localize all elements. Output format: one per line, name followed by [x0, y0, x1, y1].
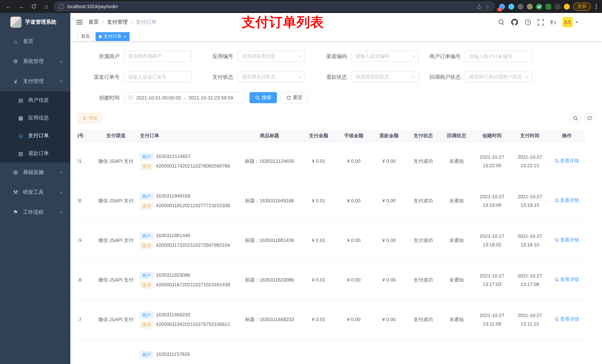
pay-tag: 支付	[140, 242, 153, 249]
browser-menu-icon[interactable]	[594, 4, 598, 9]
cell-channel: 微信 JSAPI 支付	[96, 181, 136, 221]
channel-code-select[interactable]: 请输入渠道编码	[351, 51, 419, 62]
cell-pay-time	[511, 340, 549, 364]
tab-home[interactable]: 首页	[78, 32, 93, 41]
refund-status-select[interactable]: 请选择退款状态	[351, 71, 419, 83]
breadcrumb-payment[interactable]: 支付管理	[107, 19, 128, 26]
browser-update-button[interactable]: 更新	[573, 2, 591, 10]
search-button[interactable]: 搜索	[249, 92, 277, 103]
url-bar[interactable]: i localhost:1024/pay/order ☆	[54, 2, 495, 11]
sidebar-item-home[interactable]: ⌂ 首页	[0, 31, 70, 52]
tags-view: 首页 支付订单 ×	[70, 31, 602, 42]
sidebar-toggle-icon[interactable]	[76, 20, 83, 24]
target-icon: ◎	[16, 133, 25, 139]
sidebar-item-payment[interactable]: ¥ 支付管理	[0, 71, 70, 91]
sidebar-item-dev-tools[interactable]: ⚒ 研发工具	[0, 182, 70, 202]
sidebar-item-infra[interactable]: ⊞ 基础设施	[0, 162, 70, 182]
share-icon[interactable]	[477, 4, 482, 9]
sidebar-item-system[interactable]: ⚙ 系统管理	[0, 52, 70, 71]
create-time-range-picker[interactable]: 2021-10-01 00:00:00 - 2021-10-31 23:59:5…	[124, 92, 244, 103]
sidebar-item-workflow[interactable]: ⚑ 工作流程	[0, 202, 70, 222]
browser-home-icon[interactable]: ⌂	[42, 2, 51, 11]
chevron-up-icon	[60, 80, 63, 83]
orders-table: 编号 支付渠道 支付订单 商品标题 支付金额 手续金额 退款金额 支付状态 回调…	[78, 130, 585, 364]
cell-channel: 微信 JSAPI 支付	[96, 142, 136, 181]
reset-button[interactable]: 重置	[281, 92, 308, 103]
view-detail-link[interactable]: 查看详情	[554, 276, 579, 284]
export-button[interactable]: 导出	[78, 113, 102, 123]
view-detail-link[interactable]: 查看详情	[554, 197, 579, 205]
site-info-icon[interactable]: i	[59, 4, 64, 9]
select-placeholder: 请选择支付状态	[242, 74, 275, 80]
channel-pay-no: 4200001181202110277723215336	[156, 202, 230, 210]
url-text[interactable]: localhost:1024/pay/order	[67, 4, 473, 9]
profile-avatar[interactable]	[564, 3, 570, 10]
channel-pay-no: 4200001167202110271022491439	[156, 281, 230, 289]
cell-actions: 查看详情	[549, 142, 585, 181]
header-actions: ? TT	[498, 17, 578, 27]
pay-tag: 支付	[140, 281, 153, 289]
table-row: 19 微信 JSAPI 支付 商户 1635311881440 支付 42000…	[78, 221, 585, 260]
bookmark-star-icon[interactable]: ☆	[485, 3, 490, 10]
cell-amount: ¥ 0.01	[301, 260, 336, 300]
sidebar-item-app-info[interactable]: ▦ 应用信息	[0, 109, 70, 127]
merchant-select[interactable]: 请选择所属商户	[124, 51, 191, 62]
refresh-table-button[interactable]	[584, 113, 595, 123]
extension-book-icon[interactable]	[545, 3, 551, 10]
reload-icon[interactable]	[29, 2, 39, 11]
extension-gray-icon[interactable]	[517, 3, 524, 10]
tab-close-icon[interactable]: ×	[124, 34, 126, 39]
back-icon[interactable]: ←	[4, 2, 13, 11]
channel-order-no-input[interactable]	[124, 71, 191, 83]
view-detail-link[interactable]: 查看详情	[554, 157, 579, 165]
cell-pay-time: 2021-10-2713:18:10	[511, 221, 549, 260]
extension-dark-puzzle-icon[interactable]	[555, 3, 560, 10]
cell-notify	[440, 340, 473, 364]
sidebar-item-pay-order[interactable]: ◎ 支付订单	[0, 127, 70, 145]
search-button-label: 搜索	[262, 94, 271, 101]
breadcrumb-home[interactable]: 首页	[88, 19, 99, 26]
forward-icon[interactable]: →	[16, 2, 26, 11]
sidebar-item-merchant-info[interactable]: ▤ 商户信息	[0, 91, 70, 109]
select-placeholder: 请选择所属商户	[128, 53, 162, 60]
filter-row-1: 所属商户 请选择所属商户 应用编号 请选择应用信息 渠道编码 请输入渠道编码	[78, 51, 595, 62]
merchant-order-no-input[interactable]	[465, 51, 532, 62]
sidebar-item-refund-order[interactable]: ▥ 退款订单	[0, 145, 70, 162]
view-detail-link[interactable]: 查看详情	[554, 236, 579, 244]
filter-label: 商户订单编号	[419, 51, 465, 62]
cell-id: 17	[78, 300, 96, 340]
search-icon[interactable]	[498, 19, 505, 26]
fullscreen-icon[interactable]	[538, 19, 544, 25]
reset-button-label: 重置	[293, 94, 302, 101]
extension-puzzle-icon[interactable]: 10	[499, 3, 505, 10]
cell-actions: 查看详情	[549, 260, 585, 300]
cell-amount	[301, 340, 336, 364]
notify-status-select[interactable]: 请选择订单回调商户状态	[465, 71, 532, 83]
sidebar-item-label: 应用信息	[28, 115, 49, 121]
chevron-down-icon	[298, 54, 301, 58]
pay-status-select[interactable]: 请选择支付状态	[238, 71, 305, 83]
font-size-icon[interactable]: TT	[550, 20, 556, 25]
user-avatar[interactable]	[562, 17, 578, 27]
tab-pay-order[interactable]: 支付订单 ×	[96, 32, 129, 41]
app-select[interactable]: 请选择应用信息	[238, 51, 305, 62]
cell-fee: ¥ 0.00	[336, 221, 371, 260]
github-icon[interactable]	[511, 19, 518, 26]
gear-icon: ⚙	[11, 58, 20, 65]
extension-check-icon[interactable]	[536, 3, 542, 10]
chevron-down-icon	[60, 190, 63, 193]
help-icon[interactable]: ?	[525, 19, 531, 26]
show-search-button[interactable]	[570, 113, 580, 123]
chevron-down-icon	[298, 74, 301, 78]
search-icon	[255, 95, 260, 100]
filter-label: 应用编号	[191, 51, 238, 62]
merchant-order-no: 1635311157826	[156, 351, 190, 359]
extension-olive-icon[interactable]	[527, 3, 533, 10]
cell-title: 标题：1635312124656	[238, 142, 301, 181]
cell-actions: 查看详情	[549, 300, 585, 340]
search-icon	[554, 198, 559, 203]
search-icon	[573, 116, 578, 120]
extension-drop-icon[interactable]	[508, 3, 514, 10]
view-detail-link[interactable]: 查看详情	[554, 315, 579, 323]
document-icon: ▥	[16, 151, 25, 156]
